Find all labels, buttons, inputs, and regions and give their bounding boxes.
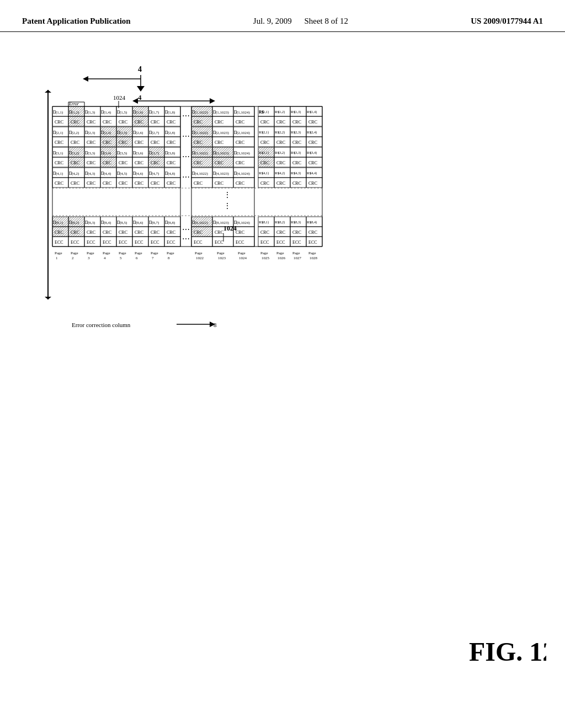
svg-marker-3 <box>137 86 145 92</box>
svg-text:CRC: CRC <box>167 120 175 125</box>
main-content: FIG. 12 4 1024 <box>0 32 565 699</box>
svg-text:(4,1): (4,1) <box>262 171 269 175</box>
svg-text:CRC: CRC <box>236 160 244 165</box>
svg-text:(8,1): (8,1) <box>262 220 269 224</box>
svg-text:CRC: CRC <box>308 230 317 235</box>
svg-text:Page: Page <box>55 251 62 255</box>
svg-text:CRC: CRC <box>103 140 111 145</box>
arrow-8-label: 8 <box>214 322 217 328</box>
svg-text:Page: Page <box>292 251 300 255</box>
svg-text:ECC: ECC <box>167 240 175 245</box>
svg-text:CRC: CRC <box>119 230 127 235</box>
svg-text:(2,3): (2,3) <box>294 130 301 135</box>
svg-text:(1,5): (1,5) <box>120 110 127 115</box>
svg-text:(3,4): (3,4) <box>104 151 111 156</box>
svg-text:Page: Page <box>308 251 316 255</box>
svg-text:(4,2): (4,2) <box>72 172 79 176</box>
svg-text:CRC: CRC <box>71 140 79 145</box>
svg-text:CRC: CRC <box>308 181 317 186</box>
svg-text:Page: Page <box>167 251 174 255</box>
svg-text:(2,4): (2,4) <box>104 131 111 135</box>
svg-text:CRC: CRC <box>292 230 301 235</box>
svg-text:(2,2): (2,2) <box>72 131 79 135</box>
svg-text:(3,7): (3,7) <box>152 151 159 156</box>
diagram-container: FIG. 12 4 1024 <box>17 54 546 688</box>
svg-text:CRC: CRC <box>167 181 175 186</box>
svg-text:CRC: CRC <box>119 140 127 145</box>
svg-text:CRC: CRC <box>308 120 317 125</box>
svg-text:CRC: CRC <box>119 120 127 125</box>
svg-text:(2,8): (2,8) <box>168 131 175 135</box>
svg-text:CRC: CRC <box>71 120 79 125</box>
svg-text:(8,4): (8,4) <box>310 220 317 224</box>
svg-text:Page: Page <box>217 251 225 255</box>
svg-text:CRC: CRC <box>260 181 269 186</box>
svg-text:CRC: CRC <box>87 230 95 235</box>
svg-text:⋯: ⋯ <box>182 132 190 141</box>
svg-text:CRC: CRC <box>194 120 202 125</box>
svg-text:CRC: CRC <box>151 120 159 125</box>
svg-text:(3,2): (3,2) <box>278 151 285 155</box>
label-1024: 1024 <box>223 224 237 232</box>
svg-text:ECC: ECC <box>135 240 143 245</box>
svg-text:CRC: CRC <box>103 120 111 125</box>
svg-text:(3,6): (3,6) <box>136 151 143 156</box>
svg-text:CRC: CRC <box>151 230 159 235</box>
svg-text:(2,3): (2,3) <box>88 131 95 135</box>
svg-text:(8,1): (8,1) <box>56 221 63 225</box>
svg-text:(8,6): (8,6) <box>136 221 143 225</box>
svg-marker-5 <box>83 76 88 82</box>
svg-text:Page: Page <box>238 251 246 255</box>
svg-text:CRC: CRC <box>215 120 223 125</box>
svg-text:Page: Page <box>195 251 202 255</box>
svg-text:CRC: CRC <box>55 120 63 125</box>
svg-text:(1,1): (1,1) <box>56 110 63 115</box>
svg-text:CRC: CRC <box>135 140 143 145</box>
svg-text:CRC: CRC <box>276 160 285 165</box>
svg-text:(1,7): (1,7) <box>152 110 159 115</box>
svg-text:(8,1022): (8,1022) <box>195 221 209 225</box>
sheet-label: Sheet 8 of 12 <box>304 17 348 25</box>
svg-marker-9 <box>45 297 51 299</box>
svg-text:CRC: CRC <box>135 120 143 125</box>
svg-text:CRC: CRC <box>103 160 111 165</box>
svg-text:CRC: CRC <box>194 181 202 186</box>
svg-text:ECC: ECC <box>215 240 223 245</box>
svg-text:(2,7): (2,7) <box>152 131 159 135</box>
svg-text:(2,1): (2,1) <box>262 130 269 135</box>
svg-text:CRC: CRC <box>55 160 63 165</box>
svg-text:(4,5): (4,5) <box>120 172 127 176</box>
svg-text:CRC: CRC <box>276 230 285 235</box>
header-center: Jul. 9, 2009 Sheet 8 of 12 <box>253 17 348 26</box>
svg-text:ECC: ECC <box>55 240 63 245</box>
svg-text:CRC: CRC <box>194 140 202 145</box>
svg-text:Page: Page <box>135 251 142 255</box>
svg-text:(8,7): (8,7) <box>152 221 159 225</box>
svg-text:(8,2): (8,2) <box>72 221 79 225</box>
svg-text:CRC: CRC <box>135 160 143 165</box>
svg-text:2: 2 <box>72 256 74 260</box>
svg-text:(4,3): (4,3) <box>88 172 95 176</box>
svg-text:⋮: ⋮ <box>223 191 231 199</box>
svg-text:CRC: CRC <box>194 160 202 165</box>
svg-text:Page: Page <box>276 251 284 255</box>
svg-marker-14 <box>210 98 215 104</box>
svg-text:(8,3): (8,3) <box>294 220 301 224</box>
svg-text:CRC: CRC <box>260 120 269 125</box>
svg-text:CRC: CRC <box>236 181 244 186</box>
svg-text:(3,8): (3,8) <box>168 151 175 156</box>
svg-text:CRC: CRC <box>71 230 79 235</box>
svg-text:(2,1): (2,1) <box>56 131 63 135</box>
svg-text:(8,1023): (8,1023) <box>216 221 230 225</box>
svg-text:CRC: CRC <box>260 230 269 235</box>
svg-text:8: 8 <box>168 256 170 260</box>
svg-text:5: 5 <box>120 256 122 260</box>
svg-text:(4,1024): (4,1024) <box>237 172 250 176</box>
svg-text:(3,3): (3,3) <box>294 151 301 155</box>
patent-number-label: US 2009/0177944 A1 <box>471 17 543 26</box>
svg-text:CRC: CRC <box>55 140 63 145</box>
svg-text:Page: Page <box>103 251 110 255</box>
svg-text:CRC: CRC <box>215 140 223 145</box>
svg-text:⋯: ⋯ <box>182 112 190 120</box>
svg-text:(4,2): (4,2) <box>278 171 285 175</box>
